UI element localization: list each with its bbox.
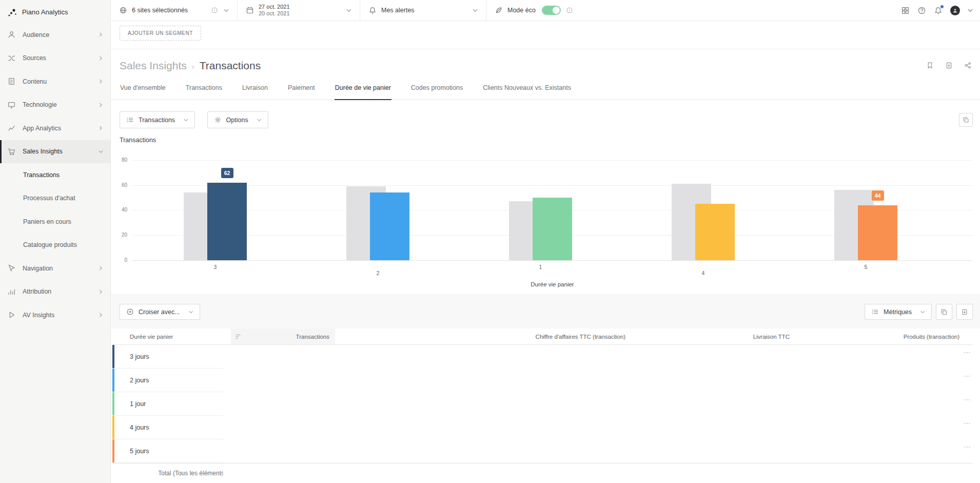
- sidebar-item-sources[interactable]: Sources: [0, 47, 110, 70]
- piano-analytics-logo-icon: [7, 7, 17, 17]
- column-header-2[interactable]: Chiffre d'affaires TTC (transaction): [335, 329, 631, 344]
- cell-main-value: 441: [223, 463, 980, 483]
- download-table-button[interactable]: [956, 304, 973, 320]
- row-color-strip: [112, 369, 114, 392]
- row-menu-icon[interactable]: ⋯: [964, 443, 971, 450]
- sidebar-item-processus-achat[interactable]: Processus d'achat: [0, 187, 110, 210]
- sidebar-item-av-insights[interactable]: AV Insights: [0, 303, 110, 327]
- sidebar-item-catalogue-produits[interactable]: Catalogue produits: [0, 234, 110, 257]
- tab-4[interactable]: Durée de vie panier: [335, 84, 391, 100]
- bar-current-period[interactable]: [370, 192, 409, 260]
- tab-5[interactable]: Codes promotions: [410, 84, 463, 100]
- document-icon: [7, 77, 16, 86]
- metriques-dropdown[interactable]: Métriques: [865, 304, 932, 320]
- list-icon: [871, 308, 879, 316]
- table-row: 4 jours4561-16-26,2 %5 953,90 €9 068,60 …: [112, 416, 973, 439]
- breadcrumb-section[interactable]: Sales Insights: [120, 60, 187, 72]
- row-menu-icon[interactable]: ⋯: [964, 396, 971, 403]
- metric-dropdown[interactable]: Transactions: [120, 111, 195, 128]
- table-controls-band: Croiser avec... Métriques: [111, 294, 980, 329]
- sidebar-item-attribution[interactable]: Attribution: [0, 280, 110, 304]
- sidebar-item-contenu[interactable]: Contenu: [0, 70, 110, 93]
- chevron-down-icon[interactable]: [968, 6, 973, 15]
- chevron-down-icon[interactable]: [224, 9, 229, 12]
- table-row: 1 jour5047+3+6,4 %7 050,10 €7 128,90 €-7…: [112, 392, 973, 416]
- eco-mode-section: Mode éco: [486, 0, 581, 21]
- sidebar-item-paniers-en-cours[interactable]: Paniers en cours: [0, 210, 110, 234]
- column-header-0[interactable]: Durée vie panier: [112, 329, 231, 344]
- list-icon: [126, 116, 134, 124]
- sidebar-item-transactions[interactable]: Transactions: [0, 163, 110, 187]
- segment-bar: AJOUTER UN SEGMENT: [111, 21, 980, 49]
- tab-1[interactable]: Transactions: [185, 84, 223, 100]
- bar-current-period[interactable]: [533, 198, 572, 260]
- tab-3[interactable]: Paiement: [287, 84, 316, 100]
- eco-mode-toggle[interactable]: [542, 6, 561, 15]
- help-icon[interactable]: [917, 6, 926, 15]
- column-header-label: Transactions: [296, 334, 329, 340]
- table-cell: 7384-11-13,1 %: [795, 369, 965, 392]
- row-menu-cell: ⋯: [965, 416, 973, 439]
- sidebar-item-navigation[interactable]: Navigation: [0, 257, 110, 280]
- column-header-3[interactable]: Livraison TTC: [631, 329, 795, 344]
- page-title: Transactions: [200, 60, 261, 72]
- apps-grid-icon[interactable]: [901, 6, 910, 15]
- sidebar-item-audience[interactable]: Audience: [0, 23, 110, 47]
- bookmark-icon[interactable]: [926, 62, 934, 69]
- page-header: Sales Insights › Transactions Vue d'ense…: [111, 49, 980, 100]
- sidebar-item-sales-insights[interactable]: Sales Insights: [0, 140, 110, 164]
- croiser-avec-dropdown[interactable]: Croiser avec...: [120, 304, 200, 320]
- chart-y-tick: 20: [111, 232, 127, 238]
- tab-0[interactable]: Vue d'ensemble: [120, 84, 166, 100]
- row-menu-icon[interactable]: ⋯: [964, 349, 971, 356]
- column-header-4[interactable]: Produits (transaction): [795, 329, 965, 344]
- alerts-dropdown[interactable]: Mes alertes: [360, 0, 486, 21]
- monitor-icon: [7, 101, 16, 109]
- gear-icon: [214, 116, 222, 124]
- chevron-right-icon: [99, 266, 103, 271]
- bar-current-period[interactable]: [858, 205, 897, 260]
- options-dropdown[interactable]: Options: [207, 111, 268, 128]
- info-icon[interactable]: [566, 7, 573, 14]
- date-range-picker[interactable]: 27 oct. 2021 20 oct. 2021: [238, 0, 360, 21]
- user-avatar[interactable]: [950, 6, 960, 15]
- data-table: Durée vie panierTransactionsChiffre d'af…: [112, 329, 973, 482]
- notifications-bell-icon[interactable]: [934, 6, 943, 15]
- share-icon[interactable]: [964, 62, 972, 69]
- chevron-right-icon: [99, 126, 103, 130]
- sort-icon[interactable]: [235, 334, 242, 340]
- copy-table-button[interactable]: [936, 304, 952, 320]
- row-color-strip: [112, 416, 114, 439]
- plus-circle-icon: [126, 308, 134, 316]
- chevron-down-icon[interactable]: [346, 9, 351, 12]
- calendar-icon: [246, 6, 254, 14]
- table-controls-right: Métriques: [865, 304, 973, 320]
- site-selector[interactable]: 6 sites sélectionnés: [111, 0, 238, 21]
- row-color-strip: [112, 345, 114, 368]
- add-segment-button[interactable]: AJOUTER UN SEGMENT: [120, 26, 201, 41]
- bar-current-period[interactable]: [695, 204, 735, 260]
- row-menu-icon[interactable]: ⋯: [964, 372, 971, 379]
- tab-2[interactable]: Livraison: [242, 84, 268, 100]
- sidebar-item-app-analytics[interactable]: App Analytics: [0, 117, 110, 140]
- row-menu-icon[interactable]: ⋯: [964, 419, 971, 427]
- leaf-icon: [495, 6, 503, 14]
- chevron-right-icon: [99, 56, 103, 61]
- sidebar-item-technologie[interactable]: Technologie: [0, 93, 110, 117]
- chart-y-tick: 60: [111, 182, 127, 188]
- chart-y-tick: 80: [111, 157, 127, 163]
- bar-current-period[interactable]: [207, 183, 247, 260]
- row-menu-cell: ⋯: [965, 369, 973, 392]
- sidebar-item-label: Technologie: [23, 101, 99, 108]
- app-logo[interactable]: Piano Analytics: [0, 0, 110, 17]
- tab-6[interactable]: Clients Nouveaux vs. Existants: [482, 84, 572, 100]
- chart-y-tick: 40: [111, 207, 127, 212]
- chart-gridline: [132, 185, 973, 186]
- info-icon[interactable]: [211, 7, 218, 14]
- column-header-1[interactable]: Transactions: [231, 329, 335, 344]
- export-icon[interactable]: [945, 62, 953, 69]
- total-row-label: Total (Tous les éléments): [112, 463, 231, 482]
- chevron-down-icon[interactable]: [473, 9, 478, 12]
- chart-x-tick: 5: [851, 264, 881, 270]
- copy-chart-button[interactable]: [959, 113, 973, 127]
